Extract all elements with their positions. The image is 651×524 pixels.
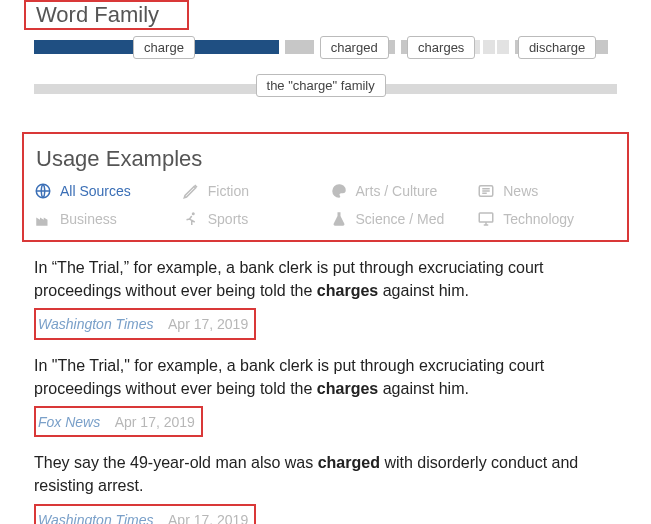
source-label: Technology [503,211,574,227]
source-tech[interactable]: Technology [477,210,617,228]
example-sentence: In "The Trial," for example, a bank cler… [34,354,617,400]
example-source: Washington Times [38,512,154,525]
source-all[interactable]: All Sources [34,182,174,200]
source-label: Fiction [208,183,249,199]
example-citation[interactable]: Fox News Apr 17, 2019 [34,406,203,437]
word-family-chip-family[interactable]: the "charge" family [256,74,386,97]
word-family-chip-discharge[interactable]: discharge [518,36,596,59]
flask-icon [330,210,348,228]
source-label: News [503,183,538,199]
word-family-chip-charge[interactable]: charge [133,36,195,59]
example-citation[interactable]: Washington Times Apr 17, 2019 [34,504,256,525]
source-sports[interactable]: Sports [182,210,322,228]
example-sentence: In “The Trial,” for example, a bank cler… [34,256,617,302]
factory-icon [34,210,52,228]
example-source: Washington Times [38,316,154,332]
monitor-icon [477,210,495,228]
example-date: Apr 17, 2019 [168,512,248,525]
globe-icon [34,182,52,200]
news-icon [477,182,495,200]
runner-icon [182,210,200,228]
source-label: All Sources [60,183,131,199]
example-date: Apr 17, 2019 [168,316,248,332]
source-label: Science / Med [356,211,445,227]
palette-icon [330,182,348,200]
source-label: Sports [208,211,248,227]
source-fiction[interactable]: Fiction [182,182,322,200]
source-filter-grid: All Sources Fiction Arts / Culture News … [34,182,617,228]
source-business[interactable]: Business [34,210,174,228]
source-arts[interactable]: Arts / Culture [330,182,470,200]
svg-rect-3 [480,213,494,222]
example-date: Apr 17, 2019 [115,414,195,430]
usage-example: They say the 49-year-old man also was ch… [0,437,651,524]
usage-examples-title: Usage Examples [34,142,617,182]
pencil-icon [182,182,200,200]
source-label: Arts / Culture [356,183,438,199]
word-family-bar: charge charged charges discharge the "ch… [0,38,651,108]
word-family-chip-charges[interactable]: charges [407,36,475,59]
source-label: Business [60,211,117,227]
example-source: Fox News [38,414,100,430]
source-news[interactable]: News [477,182,617,200]
usage-example: In “The Trial,” for example, a bank cler… [0,242,651,340]
source-science[interactable]: Science / Med [330,210,470,228]
svg-point-2 [192,212,195,215]
word-family-chip-charged[interactable]: charged [320,36,389,59]
usage-example: In "The Trial," for example, a bank cler… [0,340,651,438]
example-sentence: They say the 49-year-old man also was ch… [34,451,617,497]
word-family-title: Word Family [26,0,187,33]
usage-examples-panel: Usage Examples All Sources Fiction Arts … [22,132,629,242]
example-citation[interactable]: Washington Times Apr 17, 2019 [34,308,256,339]
